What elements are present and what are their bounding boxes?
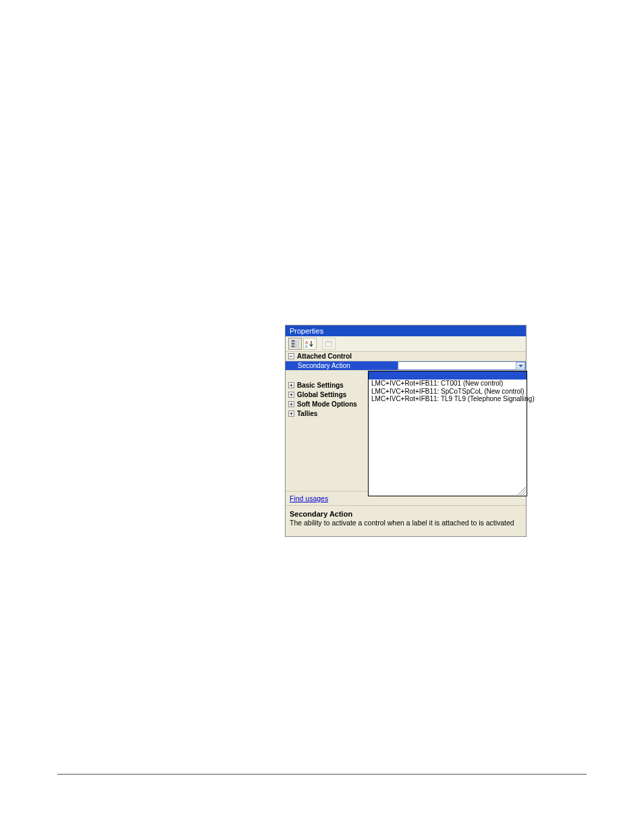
dropdown-list[interactable]: LMC+IVC+Rot+IFB11: CT001 (New control) L… — [368, 371, 527, 496]
description-title: Secondary Action — [290, 510, 522, 518]
description-panel: Secondary Action The ability to activate… — [286, 505, 526, 536]
svg-rect-4 — [292, 346, 294, 347]
category-tallies[interactable]: + Tallies — [286, 409, 367, 418]
page-footer-rule — [57, 774, 587, 775]
category-label: Attached Control — [297, 353, 352, 360]
dropdown-blank-option[interactable] — [369, 371, 527, 380]
grid-body: + Basic Settings + Global Settings + Sof… — [286, 371, 526, 491]
property-pages-icon — [325, 340, 333, 348]
category-stack: + Basic Settings + Global Settings + Sof… — [286, 380, 367, 418]
property-value-dropdown[interactable] — [398, 361, 526, 370]
category-basic-settings[interactable]: + Basic Settings — [286, 380, 367, 390]
category-label: Global Settings — [297, 391, 346, 398]
property-label: Secondary Action — [286, 361, 398, 370]
dropdown-button[interactable] — [516, 362, 525, 370]
dropdown-option[interactable]: LMC+IVC+Rot+IFB11: CT001 (New control) — [369, 380, 527, 388]
svg-line-12 — [523, 492, 526, 495]
svg-rect-0 — [292, 340, 294, 342]
expand-icon[interactable]: + — [288, 392, 294, 398]
category-soft-mode-options[interactable]: + Soft Mode Options — [286, 399, 367, 409]
svg-rect-2 — [292, 343, 294, 344]
property-grid: − Attached Control Secondary Action + Ba… — [286, 352, 526, 536]
expand-icon[interactable]: + — [288, 401, 294, 407]
svg-line-11 — [520, 490, 526, 495]
expand-icon[interactable]: + — [288, 411, 294, 417]
description-text: The ability to activate a control when a… — [290, 519, 522, 527]
window-title-bar: Properties — [286, 325, 526, 336]
category-global-settings[interactable]: + Global Settings — [286, 390, 367, 399]
categorized-icon — [291, 340, 299, 348]
chevron-down-icon — [518, 365, 523, 367]
toolbar: A Z — [286, 336, 526, 352]
properties-window: Properties A Z — [285, 325, 527, 537]
collapse-icon[interactable]: − — [288, 353, 294, 359]
grip-icon — [518, 487, 526, 495]
svg-rect-1 — [295, 340, 298, 342]
category-label: Basic Settings — [297, 382, 344, 389]
window-title: Properties — [290, 327, 323, 335]
svg-rect-5 — [295, 346, 298, 347]
expand-icon[interactable]: + — [288, 382, 294, 388]
categorized-view-button[interactable] — [288, 338, 302, 350]
svg-rect-8 — [325, 341, 331, 346]
alphabetical-sort-button[interactable]: A Z — [303, 338, 317, 350]
property-row-secondary-action: Secondary Action — [286, 361, 526, 371]
resize-grip[interactable] — [518, 487, 526, 495]
sort-az-icon: A Z — [305, 340, 315, 348]
dropdown-option[interactable]: LMC+IVC+Rot+IFB11: SpCoTSpCoL (New contr… — [369, 388, 527, 396]
category-label: Tallies — [297, 410, 317, 417]
svg-rect-3 — [295, 343, 298, 344]
dropdown-option[interactable]: LMC+IVC+Rot+IFB11: TL9 TL9 (Telephone Si… — [369, 395, 527, 403]
property-pages-button[interactable] — [322, 338, 336, 350]
category-label: Soft Mode Options — [297, 400, 357, 408]
category-attached-control[interactable]: − Attached Control — [286, 352, 526, 361]
find-usages-link[interactable]: Find usages — [290, 494, 328, 502]
svg-text:Z: Z — [305, 344, 308, 348]
